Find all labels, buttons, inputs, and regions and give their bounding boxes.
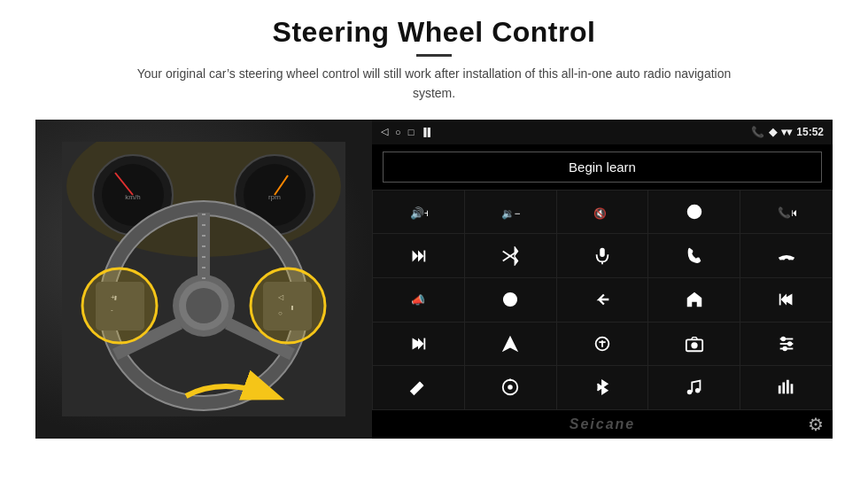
svg-marker-55 bbox=[418, 338, 423, 349]
arrow-overlay bbox=[177, 368, 292, 425]
svg-point-67 bbox=[783, 347, 787, 351]
begin-learn-row: Begin learn bbox=[372, 144, 833, 190]
svg-marker-36 bbox=[418, 250, 423, 261]
svg-rect-37 bbox=[424, 250, 426, 261]
ctrl-power[interactable] bbox=[648, 190, 740, 234]
ctrl-sliders[interactable] bbox=[740, 323, 832, 366]
ctrl-360[interactable]: 360 bbox=[465, 278, 556, 322]
svg-text:🔇: 🔇 bbox=[593, 206, 607, 220]
ctrl-radio[interactable] bbox=[465, 366, 556, 409]
svg-rect-74 bbox=[778, 386, 780, 394]
svg-point-66 bbox=[787, 342, 791, 346]
svg-rect-53 bbox=[424, 338, 426, 349]
page-title: Steering Wheel Control bbox=[115, 16, 753, 49]
ctrl-eq[interactable] bbox=[557, 323, 648, 366]
ctrl-equalizer-bars[interactable] bbox=[740, 366, 832, 409]
ctrl-shuffle[interactable] bbox=[465, 234, 556, 277]
location-icon: ◆ bbox=[769, 126, 777, 138]
wifi-icon: ▾▾ bbox=[781, 126, 792, 138]
svg-rect-77 bbox=[790, 385, 793, 394]
svg-point-14 bbox=[186, 288, 221, 323]
svg-point-73 bbox=[695, 388, 701, 393]
ctrl-music[interactable] bbox=[648, 366, 740, 409]
title-section: Steering Wheel Control Your original car… bbox=[115, 16, 753, 104]
svg-rect-75 bbox=[782, 383, 785, 394]
svg-point-72 bbox=[687, 390, 693, 395]
home-nav-icon[interactable]: ○ bbox=[395, 127, 401, 137]
begin-learn-button[interactable]: Begin learn bbox=[383, 152, 822, 183]
svg-point-26 bbox=[82, 268, 157, 343]
controls-grid: 🔊+ 🔉− 🔇 📞⏮ bbox=[372, 190, 833, 410]
hu-bottom-bar: Seicane ⚙ bbox=[372, 410, 833, 439]
svg-text:🔉−: 🔉− bbox=[501, 206, 520, 220]
svg-text:🔊+: 🔊+ bbox=[410, 206, 428, 221]
svg-point-27 bbox=[251, 268, 325, 343]
ctrl-horn[interactable]: 📣 bbox=[373, 278, 464, 322]
signal-icon: ▐▌ bbox=[421, 128, 434, 136]
ctrl-rewind[interactable] bbox=[740, 278, 832, 322]
recents-nav-icon[interactable]: □ bbox=[408, 127, 415, 137]
svg-text:📞⏮: 📞⏮ bbox=[778, 206, 796, 219]
svg-marker-56 bbox=[502, 336, 518, 352]
status-right: 📞 ◆ ▾▾ 15:52 bbox=[751, 126, 824, 138]
ctrl-vol-down[interactable]: 🔉− bbox=[465, 190, 556, 234]
svg-marker-41 bbox=[515, 248, 518, 254]
steering-wheel-bg: km/h rpm bbox=[35, 120, 372, 439]
page-subtitle: Your original car’s steering wheel contr… bbox=[115, 64, 753, 104]
svg-marker-35 bbox=[413, 250, 418, 261]
page-container: Steering Wheel Control Your original car… bbox=[0, 0, 868, 482]
ctrl-navigate[interactable] bbox=[465, 323, 556, 366]
ctrl-prev-track[interactable]: 📞⏮ bbox=[740, 190, 832, 234]
svg-point-70 bbox=[508, 385, 513, 391]
svg-rect-50 bbox=[779, 294, 780, 306]
ctrl-home[interactable] bbox=[648, 278, 740, 322]
ctrl-vol-up[interactable]: 🔊+ bbox=[373, 190, 464, 234]
ctrl-bluetooth[interactable] bbox=[557, 366, 648, 409]
ctrl-mute[interactable]: 🔇 bbox=[557, 190, 648, 234]
settings-gear-icon[interactable]: ⚙ bbox=[808, 414, 824, 435]
status-left: ◁ ○ □ ▐▌ bbox=[381, 126, 434, 137]
phone-status-icon: 📞 bbox=[751, 126, 764, 138]
svg-text:📣: 📣 bbox=[411, 293, 426, 307]
seicane-watermark: Seicane bbox=[570, 416, 635, 432]
ctrl-fast-fwd[interactable] bbox=[373, 323, 464, 366]
clock: 15:52 bbox=[796, 126, 824, 138]
svg-marker-40 bbox=[515, 258, 518, 264]
ctrl-next[interactable] bbox=[373, 234, 464, 277]
ctrl-pen[interactable] bbox=[373, 366, 464, 409]
title-divider bbox=[416, 54, 452, 57]
svg-rect-42 bbox=[600, 248, 605, 257]
back-nav-icon[interactable]: ◁ bbox=[381, 126, 388, 137]
svg-marker-49 bbox=[687, 292, 702, 307]
svg-point-65 bbox=[781, 338, 785, 341]
steering-wheel-panel: km/h rpm bbox=[35, 120, 372, 439]
svg-marker-52 bbox=[780, 294, 786, 306]
head-unit-panel: ◁ ○ □ ▐▌ 📞 ◆ ▾▾ 15:52 Begin learn bbox=[372, 120, 833, 439]
ctrl-camera[interactable] bbox=[648, 323, 740, 366]
ctrl-mic[interactable] bbox=[557, 234, 648, 277]
ctrl-hang-up[interactable] bbox=[740, 234, 832, 277]
ctrl-back[interactable] bbox=[557, 278, 648, 322]
svg-rect-76 bbox=[787, 380, 789, 394]
ctrl-phone[interactable] bbox=[648, 234, 740, 277]
svg-point-61 bbox=[691, 342, 697, 348]
svg-text:360: 360 bbox=[508, 298, 515, 302]
content-row: km/h rpm bbox=[35, 120, 833, 439]
status-bar: ◁ ○ □ ▐▌ 📞 ◆ ▾▾ 15:52 bbox=[372, 120, 833, 144]
